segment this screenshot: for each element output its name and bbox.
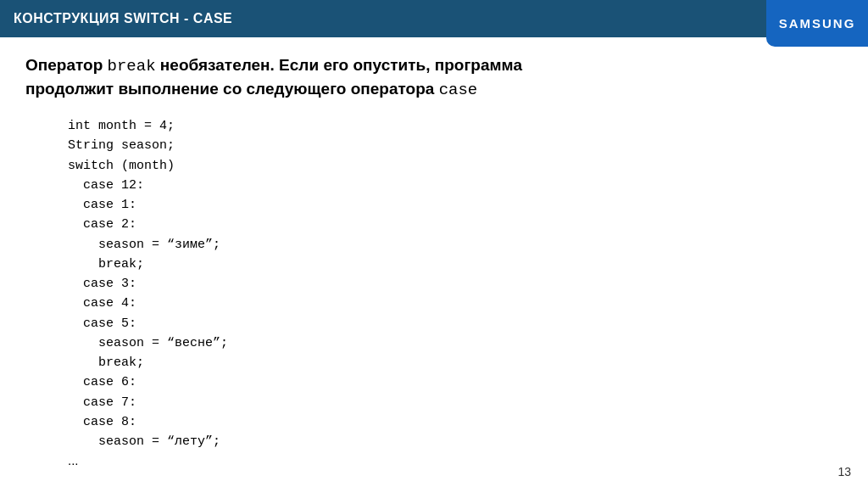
code-line-5: case 1: [68,195,843,215]
description-text: Оператор break необязателен. Если его оп… [25,54,843,101]
code-line-9: case 3: [68,274,843,294]
code-line-2: String season; [68,136,843,155]
code-line-14: case 6: [68,372,843,392]
code-line-8: break; [68,255,843,274]
desc-line1: Оператор break необязателен. Если его оп… [25,56,522,74]
code-line-3: switch (month) [68,156,843,176]
break-keyword: break [108,57,156,76]
code-line-6: case 2: [68,215,843,234]
case-keyword: case [439,81,478,99]
code-line-1: int month = 4; [68,116,843,136]
code-line-12: season = “весне”; [68,333,843,353]
header-title: КОНСТРУКЦИЯ SWITCH - CASE [14,11,232,26]
samsung-logo-text: SAMSUNG [779,16,856,31]
code-line-10: case 4: [68,294,843,313]
code-line-4: case 12: [68,176,843,195]
header-bar: КОНСТРУКЦИЯ SWITCH - CASE [0,0,868,37]
samsung-logo: SAMSUNG [766,0,868,47]
code-ellipsis: ... [25,453,843,467]
code-line-16: case 8: [68,412,843,432]
code-line-11: case 5: [68,314,843,333]
desc-line2: продолжит выполнение со следующего опера… [25,80,477,98]
code-line-17: season = “лету”; [68,432,843,451]
code-line-7: season = “зиме”; [68,235,843,255]
code-line-13: break; [68,353,843,372]
code-block: int month = 4; String season; switch (mo… [25,116,843,451]
page-number: 13 [837,465,851,479]
code-line-15: case 7: [68,393,843,412]
main-content: Оператор break необязателен. Если его оп… [0,37,868,484]
